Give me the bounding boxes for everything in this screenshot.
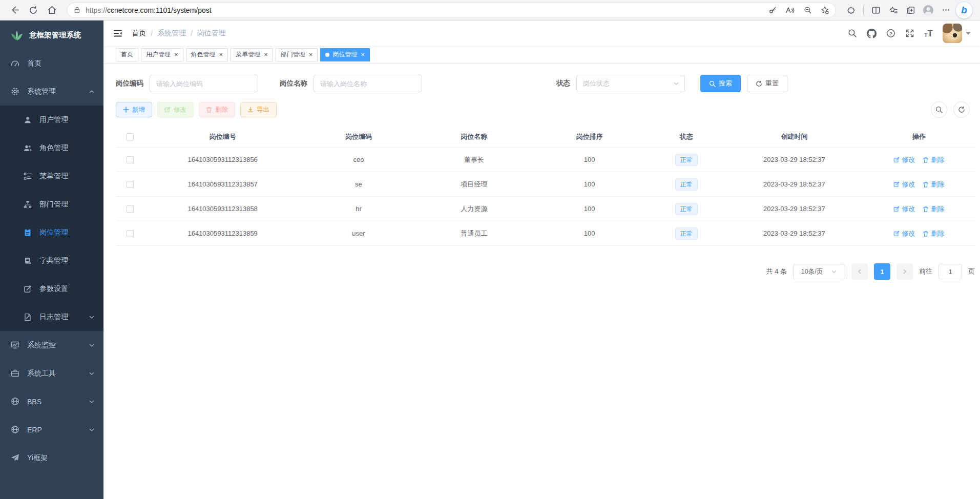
toggle-search-icon[interactable]: [931, 101, 947, 118]
sidebar-item-system-mgmt[interactable]: 系统管理: [0, 77, 103, 106]
zoom-out-icon[interactable]: [800, 3, 815, 18]
add-favorite-icon[interactable]: [817, 3, 832, 18]
edit-post-link[interactable]: 修改: [893, 155, 915, 164]
delete-post-link[interactable]: 删除: [923, 180, 944, 189]
header-search-icon[interactable]: [848, 29, 857, 38]
breadcrumb-system[interactable]: 系统管理: [157, 29, 186, 38]
row-checkbox[interactable]: [127, 230, 134, 237]
sidebar-item-erp[interactable]: ERP: [0, 415, 103, 444]
extensions-icon[interactable]: [843, 3, 859, 18]
export-button[interactable]: 导出: [240, 102, 277, 117]
table-header-row: 岗位编号 岗位编码 岗位名称 岗位排序 状态 创建时间 操作: [116, 126, 975, 148]
user-menu[interactable]: [943, 24, 971, 43]
app-logo[interactable]: 意框架管理系统: [0, 20, 103, 49]
sidebar-item-menu-mgmt[interactable]: 菜单管理: [0, 162, 103, 190]
font-size-icon[interactable]: TT: [924, 29, 933, 38]
help-icon[interactable]: ?: [886, 29, 895, 38]
tab-label: 角色管理: [191, 50, 216, 59]
sidebar-item-log-mgmt[interactable]: 日志管理: [0, 303, 103, 331]
goto-label: 前往: [919, 267, 932, 276]
tab-post-mgmt[interactable]: 岗位管理 ×: [320, 48, 370, 61]
breadcrumb: 首页 / 系统管理 / 岗位管理: [132, 29, 226, 38]
table-tools: [931, 101, 975, 118]
fullscreen-icon[interactable]: [905, 29, 914, 38]
sidebar-item-role-mgmt[interactable]: 角色管理: [0, 134, 103, 162]
user-avatar[interactable]: [943, 24, 962, 43]
prev-page-button[interactable]: [851, 263, 868, 280]
tab-role-mgmt[interactable]: 角色管理 ×: [186, 48, 228, 61]
chevron-down-icon: [89, 427, 95, 433]
collections-icon[interactable]: [903, 3, 919, 18]
reset-button[interactable]: 重置: [747, 75, 787, 92]
edit-icon: [893, 231, 900, 237]
select-all-checkbox[interactable]: [127, 133, 134, 140]
row-checkbox[interactable]: [127, 156, 134, 163]
tab-dept-mgmt[interactable]: 部门管理 ×: [276, 48, 318, 61]
page-size-select[interactable]: 10条/页: [793, 264, 845, 279]
caret-down-icon: [966, 32, 971, 35]
post-code-input[interactable]: [150, 75, 258, 92]
table-row[interactable]: 1641030593112313858 hr 人力资源 100 正常 2023-…: [116, 197, 975, 221]
close-icon[interactable]: ×: [219, 51, 223, 58]
delete-button[interactable]: 删除: [199, 102, 235, 117]
tab-menu-mgmt[interactable]: 菜单管理 ×: [231, 48, 273, 61]
github-icon[interactable]: [867, 29, 877, 38]
sidebar-item-dept-mgmt[interactable]: 部门管理: [0, 190, 103, 218]
address-bar[interactable]: https://ccnetcore.com:1101/system/post: [67, 3, 836, 18]
sidebar-item-home[interactable]: 首页: [0, 49, 103, 77]
add-button[interactable]: 新增: [116, 102, 152, 117]
post-name-input[interactable]: [314, 75, 422, 92]
edit-post-link[interactable]: 修改: [893, 180, 915, 189]
browser-refresh-icon[interactable]: [26, 3, 41, 18]
sidebar: 意框架管理系统 首页 系统管理 用户管理: [0, 20, 103, 499]
browser-home-icon[interactable]: [44, 3, 59, 18]
close-icon[interactable]: ×: [309, 51, 313, 58]
more-menu-icon[interactable]: [938, 3, 953, 18]
sidebar-item-system-monitor[interactable]: 系统监控: [0, 331, 103, 359]
browser-profile-avatar[interactable]: [921, 3, 936, 18]
cell-post-code: hr: [301, 205, 416, 213]
browser-back-icon[interactable]: [7, 3, 23, 18]
table-row[interactable]: 1641030593112313856 ceo 董事长 100 正常 2023-…: [116, 148, 975, 172]
sidebar-item-bbs[interactable]: BBS: [0, 387, 103, 415]
row-checkbox[interactable]: [127, 181, 134, 188]
next-page-button[interactable]: [896, 263, 913, 280]
split-screen-icon[interactable]: [868, 3, 884, 18]
breadcrumb-home[interactable]: 首页: [132, 29, 146, 38]
sidebar-collapse-icon[interactable]: [113, 28, 123, 38]
edit-button[interactable]: 修改: [157, 102, 194, 117]
edit-post-link[interactable]: 修改: [893, 204, 915, 214]
close-icon[interactable]: ×: [361, 51, 365, 58]
sidebar-item-system-tools[interactable]: 系统工具: [0, 359, 103, 387]
read-aloud-icon[interactable]: [782, 3, 798, 18]
search-button[interactable]: 搜索: [700, 75, 741, 92]
status-select[interactable]: 岗位状态: [576, 75, 685, 92]
row-checkbox[interactable]: [127, 205, 134, 213]
download-icon: [247, 107, 254, 113]
cell-post-code: ceo: [301, 156, 416, 163]
bing-chat-icon[interactable]: b: [955, 2, 973, 19]
delete-post-link[interactable]: 删除: [923, 155, 944, 164]
sidebar-item-dict-mgmt[interactable]: 字典管理: [0, 246, 103, 275]
sidebar-item-param-settings[interactable]: 参数设置: [0, 275, 103, 303]
page-number-1[interactable]: 1: [874, 263, 890, 280]
close-icon[interactable]: ×: [264, 51, 268, 58]
delete-post-link[interactable]: 删除: [923, 204, 944, 214]
close-icon[interactable]: ×: [174, 51, 178, 58]
search-button-label: 搜索: [719, 79, 732, 88]
delete-post-link[interactable]: 删除: [923, 229, 944, 238]
table-row[interactable]: 1641030593112313859 user 普通员工 100 正常 202…: [116, 221, 975, 246]
password-key-icon[interactable]: [765, 3, 780, 18]
sidebar-item-user-mgmt[interactable]: 用户管理: [0, 106, 103, 134]
trash-icon: [923, 157, 929, 163]
refresh-table-icon[interactable]: [953, 101, 970, 118]
tab-user-mgmt[interactable]: 用户管理 ×: [141, 48, 183, 61]
lock-icon[interactable]: [73, 6, 81, 14]
goto-page-input[interactable]: [939, 264, 962, 279]
favorites-icon[interactable]: [886, 3, 901, 18]
sidebar-item-yi-framework[interactable]: Yi框架: [0, 444, 103, 472]
tab-home[interactable]: 首页: [116, 48, 138, 61]
sidebar-item-post-mgmt[interactable]: 岗位管理: [0, 218, 103, 246]
edit-post-link[interactable]: 修改: [893, 229, 915, 238]
table-row[interactable]: 1641030593112313857 se 项目经理 100 正常 2023-…: [116, 172, 975, 197]
